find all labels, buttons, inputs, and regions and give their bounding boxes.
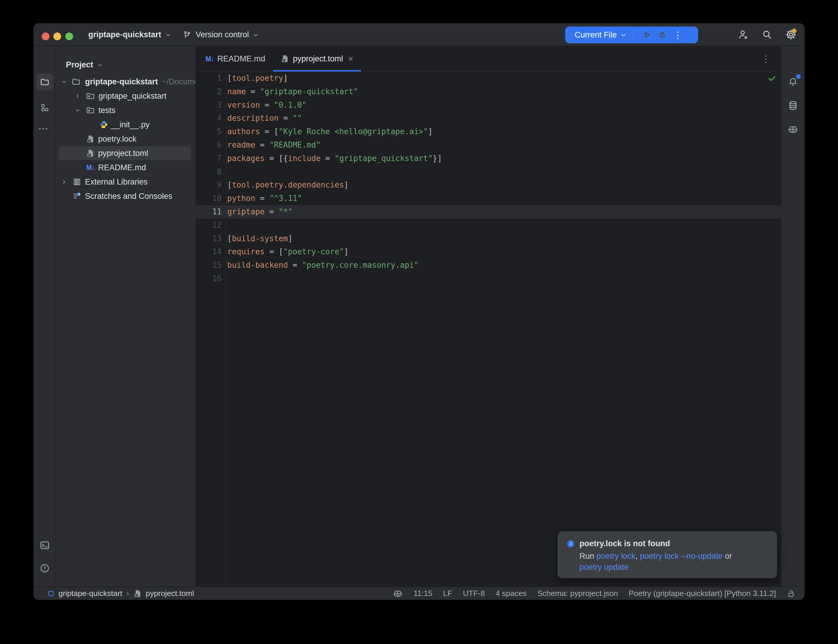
code-text: packages = [{include = "griptape_quickst… <box>227 152 442 165</box>
line-number[interactable]: 2 <box>196 85 226 99</box>
project-tool-window-button[interactable] <box>36 74 53 90</box>
tree-item-tests[interactable]: tests <box>56 103 196 117</box>
code-line-11[interactable]: 11griptape = "*" <box>196 205 781 219</box>
code-line-7[interactable]: 7packages = [{include = "griptape_quicks… <box>196 152 781 165</box>
tab-options-kebab-icon[interactable]: ⋮ <box>761 46 770 72</box>
copilot-tool-window-button[interactable] <box>785 121 801 138</box>
code-line-15[interactable]: 15build-backend = "poetry.core.masonry.a… <box>196 258 781 272</box>
debug-button[interactable] <box>655 26 670 43</box>
settings-gear-icon[interactable] <box>785 29 797 41</box>
chevron-down-icon[interactable] <box>74 103 81 117</box>
settings-notification-badge <box>792 29 797 33</box>
code-editor[interactable]: 1[tool.poetry]2name = "griptape-quicksta… <box>196 72 781 285</box>
tab-label: pyproject.toml <box>293 54 343 64</box>
tree-item-scratches-and-consoles[interactable]: Scratches and Consoles <box>56 189 196 203</box>
code-line-16[interactable]: 16 <box>196 272 781 285</box>
status-widget-4-spaces[interactable]: 4 spaces <box>496 589 527 598</box>
notification-text: Run <box>580 552 596 560</box>
folder-src-icon <box>86 89 95 103</box>
status-widget-lf[interactable]: LF <box>443 589 452 598</box>
line-number[interactable]: 15 <box>196 258 226 272</box>
chevron-right-icon[interactable] <box>61 175 67 189</box>
terminal-tool-window-button[interactable] <box>36 537 53 554</box>
more-run-options-button[interactable]: ⋮ <box>670 26 685 43</box>
folder-icon <box>40 77 49 87</box>
run-button[interactable] <box>639 26 655 43</box>
line-number[interactable]: 10 <box>196 192 226 205</box>
code-line-12[interactable]: 12 <box>196 219 781 232</box>
notification-action-link[interactable]: poetry update <box>580 563 629 572</box>
status-widget-schema[interactable]: Schema: pyproject.json <box>537 589 618 598</box>
chevron-right-icon[interactable] <box>74 89 81 103</box>
code-line-5[interactable]: 5authors = ["Kyle Roche <hello@griptape.… <box>196 125 781 138</box>
notifications-tool-window-button[interactable] <box>785 74 801 90</box>
line-number[interactable]: 9 <box>196 178 226 192</box>
unlock-icon[interactable] <box>787 589 796 598</box>
close-icon[interactable]: × <box>348 54 353 63</box>
add-user-icon[interactable] <box>737 29 749 41</box>
tree-item-readme.md[interactable]: M↓ README.md <box>56 160 196 175</box>
tree-item-external-libraries[interactable]: External Libraries <box>56 175 196 189</box>
more-tool-windows-button[interactable]: ⋯ <box>38 123 49 135</box>
code-line-4[interactable]: 4description = "" <box>196 112 781 125</box>
inspections-ok-checkmark-icon[interactable] <box>767 74 777 83</box>
run-config-selector[interactable]: Current File <box>575 30 627 39</box>
line-number[interactable]: 7 <box>196 152 226 165</box>
status-widget-poetry-griptape-quickstart-python-3-11-2-[interactable]: Poetry (griptape-quickstart) [Python 3.1… <box>629 589 776 598</box>
code-line-14[interactable]: 14requires = ["poetry-core"] <box>196 245 781 258</box>
notification-action-link[interactable]: poetry lock --no-update <box>640 552 723 560</box>
search-icon[interactable] <box>761 29 773 41</box>
tree-item-poetry.lock[interactable]: [T] poetry.lock <box>56 132 196 146</box>
tree-item-griptape-quickstart[interactable]: griptape-quickstart ~/Docume <box>56 74 196 89</box>
line-number[interactable]: 1 <box>196 72 226 85</box>
line-number[interactable]: 11 <box>196 205 226 219</box>
chevron-down-icon[interactable] <box>61 74 67 89</box>
problems-tool-window-button[interactable] <box>36 560 53 577</box>
status-widget-11[interactable]: 11:15 <box>414 589 432 598</box>
structure-tool-window-button[interactable] <box>36 99 53 116</box>
breadcrumb-file[interactable]: pyproject.toml <box>146 589 194 598</box>
tree-item-griptape_quickstart[interactable]: griptape_quickstart <box>56 89 196 103</box>
status-widget-utf-8[interactable]: UTF-8 <box>463 589 485 598</box>
line-number[interactable]: 6 <box>196 138 226 152</box>
code-line-6[interactable]: 6readme = "README.md" <box>196 138 781 152</box>
tree-item-__init__.py[interactable]: __init__.py <box>56 117 196 132</box>
code-line-3[interactable]: 3version = "0.1.0" <box>196 99 781 112</box>
line-number[interactable]: 16 <box>196 272 226 285</box>
divider <box>633 30 634 39</box>
vcs-widget[interactable]: Version control <box>182 23 259 46</box>
minimize-window-button[interactable] <box>53 33 61 40</box>
code-line-9[interactable]: 9[tool.poetry.dependencies] <box>196 178 781 192</box>
breadcrumb-project[interactable]: griptape-quickstart <box>58 589 122 598</box>
project-panel-header[interactable]: Project <box>66 60 103 69</box>
code-line-2[interactable]: 2name = "griptape-quickstart" <box>196 85 781 99</box>
notifications-badge <box>796 74 801 79</box>
line-number[interactable]: 5 <box>196 125 226 138</box>
line-number[interactable]: 8 <box>196 165 226 179</box>
code-line-10[interactable]: 10python = "^3.11" <box>196 192 781 205</box>
run-configuration-widget[interactable]: Current File ⋮ <box>565 26 698 43</box>
code-line-8[interactable]: 8 <box>196 165 781 179</box>
code-line-13[interactable]: 13[build-system] <box>196 232 781 245</box>
line-number[interactable]: 13 <box>196 232 226 245</box>
database-tool-window-button[interactable] <box>785 97 801 114</box>
code-line-1[interactable]: 1[tool.poetry] <box>196 72 781 85</box>
notification-text: , <box>636 552 640 560</box>
close-window-button[interactable] <box>42 33 49 40</box>
editor-area: M↓ README.md [T] pyproject.toml × ⋮ 1[to… <box>196 46 781 586</box>
zoom-window-button[interactable] <box>65 33 73 40</box>
tree-item-pyproject.toml[interactable]: [T] pyproject.toml <box>56 146 196 160</box>
title-bar: griptape-quickstart Version control Curr… <box>33 23 805 46</box>
line-number[interactable]: 14 <box>196 245 226 258</box>
copilot-icon[interactable] <box>393 588 403 599</box>
line-number[interactable]: 12 <box>196 219 226 232</box>
notification-action-link[interactable]: poetry lock <box>596 552 636 560</box>
line-number[interactable]: 3 <box>196 99 226 112</box>
svg-text:[T]: [T] <box>87 140 92 142</box>
tab-pyproject.toml[interactable]: [T] pyproject.toml × <box>273 46 361 71</box>
tab-readme.md[interactable]: M↓ README.md <box>198 46 273 71</box>
line-number[interactable]: 4 <box>196 112 226 125</box>
code-text: requires = ["poetry-core"] <box>227 245 348 258</box>
project-widget[interactable]: griptape-quickstart <box>88 23 171 46</box>
code-text: readme = "README.md" <box>227 138 320 152</box>
